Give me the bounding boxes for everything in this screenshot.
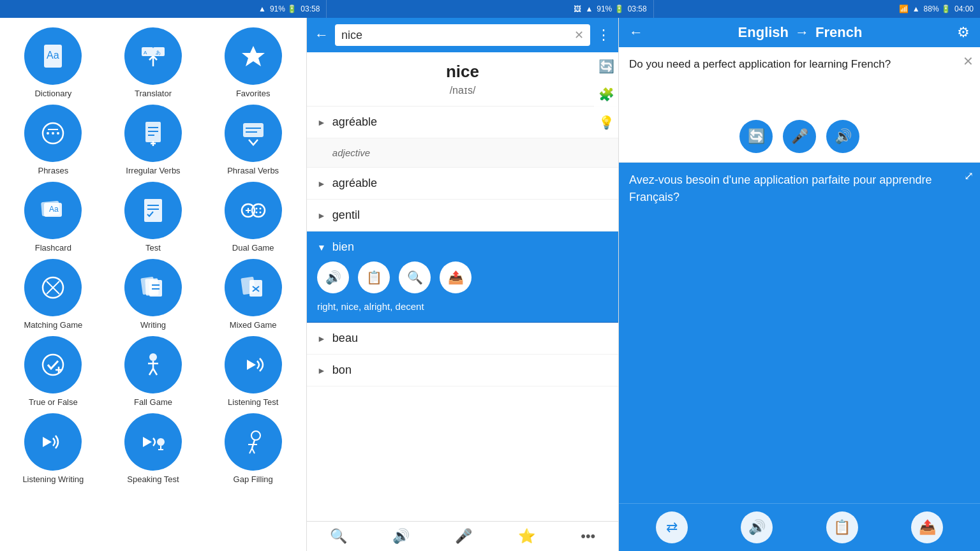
arrow-icon: ► [317,179,326,189]
trans-back-button[interactable]: ← [629,24,643,41]
main-layout: Aa Dictionary A あ Translator Favorites P… [0,18,980,551]
trans-swap-button[interactable]: ⇄ [656,511,688,543]
trans-speaker-button[interactable]: 🔊 [826,120,859,153]
search-back-button[interactable]: ← [315,27,329,43]
app-item-translator[interactable]: A あ Translator [107,27,200,98]
app-icon-phrases [24,105,82,162]
app-item-irregular-verbs[interactable]: Irregular Verbs [107,105,200,175]
arrow-icon: ► [317,117,326,128]
app-item-true-or-false[interactable]: True or False [6,336,100,407]
app-item-mixed-game[interactable]: Mixed Game [206,259,300,330]
nav-star-button[interactable]: ⭐ [518,528,535,545]
search-clear-button[interactable]: ✕ [574,28,584,42]
svg-point-32 [259,212,261,214]
battery-right: 88% 🔋 [924,4,951,13]
trans-share-button[interactable]: 📤 [911,511,943,543]
svg-point-56 [157,438,165,446]
dict-entry-bien-expanded[interactable]: ▼ bien 🔊 📋 🔍 📤 right, nice, alright, dec… [307,231,618,323]
search-menu-button[interactable]: ⋮ [597,27,611,43]
source-actions: 🔄 🎤 🔊 [629,120,970,153]
time-left: 03:58 [301,4,320,13]
time-middle: 03:58 [628,4,647,13]
middle-nav: 🔍 🔊 🎤 ⭐ ••• [307,521,618,551]
dict-entry-adjective: ► adjective [307,138,618,168]
app-label-true-or-false: True or False [29,397,78,407]
battery-left: 91% 🔋 [270,4,297,13]
trans-translate-icon-button[interactable]: 🔄 [739,120,773,153]
nav-search-button[interactable]: 🔍 [330,528,347,545]
app-icon-favorites [225,27,282,85]
arrow-icon: ► [317,148,326,158]
svg-marker-53 [247,360,256,370]
expanded-arrow-icon: ▼ [317,242,326,253]
app-icon-speaking-test [124,413,182,471]
dict-entry-beau[interactable]: ► beau [307,323,618,355]
nav-more-button[interactable]: ••• [581,528,595,545]
app-item-listening-writing[interactable]: Listening Writing [6,413,100,484]
translate-icon[interactable]: 🔄 [598,59,614,74]
app-item-flashcard[interactable]: Aa Flashcard [6,182,100,253]
expanded-word: bien [332,240,354,254]
app-label-writing: Writing [140,320,166,330]
dict-entry-agreable2[interactable]: ► agréable [307,168,618,200]
entry-word: agréable [332,177,377,190]
entry-word: beau [332,332,358,345]
search-input-wrapper: ✕ [335,24,590,46]
app-item-speaking-test[interactable]: Speaking Test [107,413,200,484]
right-panel: ← English → French ⚙ ✕ Do you need a per… [619,18,980,551]
dict-sidebar: 🔄 🧩 💡 [594,52,618,136]
nav-speaker-button[interactable]: 🔊 [392,528,410,545]
lang-arrow-icon: → [795,24,809,41]
app-icon-phrasal-verbs [225,105,282,162]
search-button[interactable]: 🔍 [399,261,431,293]
svg-line-62 [249,448,252,453]
speak-button[interactable]: 🔊 [317,261,349,293]
dict-entry-bon[interactable]: ► bon [307,355,618,386]
app-item-gap-filling[interactable]: Gap Filling [206,413,300,484]
puzzle-icon[interactable]: 🧩 [598,87,614,102]
dict-entry-gentil[interactable]: ► gentil [307,200,618,231]
app-label-dictionary: Dictionary [34,89,71,98]
svg-text:あ: あ [156,50,161,55]
nav-mic-button[interactable]: 🎤 [455,528,472,545]
source-close-button[interactable]: ✕ [963,54,974,69]
trans-speaker2-button[interactable]: 🔊 [741,511,773,543]
app-label-fall-game: Fall Game [134,397,172,407]
trans-copy-button[interactable]: 📋 [826,511,858,543]
lightbulb-icon[interactable]: 💡 [598,115,614,130]
signal-icon-left: ▲ [258,4,266,13]
app-item-phrases[interactable]: Phrases [6,105,100,175]
app-item-writing[interactable]: Writing [107,259,200,330]
app-label-flashcard: Flashcard [35,243,71,253]
app-item-listening-test[interactable]: Listening Test [206,336,300,407]
svg-point-31 [255,212,257,214]
app-label-speaking-test: Speaking Test [127,474,179,484]
search-input[interactable] [341,29,574,42]
app-item-matching-game[interactable]: Matching Game [6,259,100,330]
middle-panel: ← ✕ ⋮ nice /naɪs/ ► agréable ► adjective [306,18,619,551]
share-button[interactable]: 📤 [440,261,471,293]
image-icon-middle: 🖼 [574,4,581,13]
arrow-icon: ► [317,334,326,344]
app-icon-translator: A あ [124,27,182,85]
dict-entry-agreable1[interactable]: ► agréable [307,107,618,138]
source-text: Do you need a perfect application for le… [629,56,970,107]
app-item-dictionary[interactable]: Aa Dictionary [6,27,100,98]
app-item-phrasal-verbs[interactable]: Phrasal Verbs [206,105,300,175]
app-item-fall-game[interactable]: Fall Game [107,336,200,407]
result-expand-button[interactable]: ⤢ [964,169,974,183]
word-title: nice [316,62,609,82]
arrow-icon: ► [317,210,326,221]
svg-marker-55 [143,437,152,447]
result-text: Avez-vous besoin d'une application parfa… [629,172,970,206]
entry-word: bon [332,364,352,377]
copy-button[interactable]: 📋 [358,261,390,293]
app-item-favorites[interactable]: Favorites [206,27,300,98]
app-item-test[interactable]: Test [107,182,200,253]
trans-mic-button[interactable]: 🎤 [783,120,816,153]
app-item-dual-game[interactable]: Dual Game [206,182,300,253]
trans-settings-button[interactable]: ⚙ [957,24,970,41]
expanded-header: ▼ bien [317,240,608,254]
app-icon-matching-game [24,259,82,316]
svg-rect-16 [243,123,264,137]
